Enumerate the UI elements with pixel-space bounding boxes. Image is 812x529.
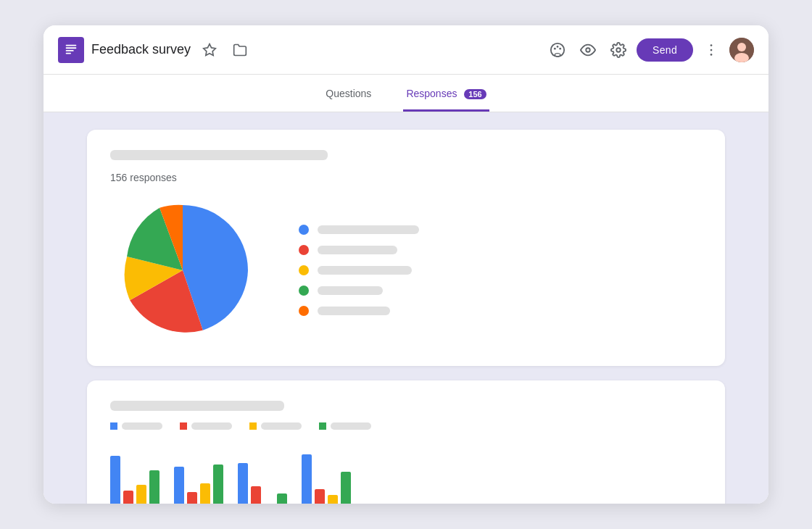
settings-button[interactable] (606, 38, 631, 62)
bar-3-red (251, 486, 261, 504)
svg-marker-4 (204, 43, 216, 55)
card2-title-skeleton (110, 401, 284, 411)
pie-chart-container (110, 198, 255, 343)
legend-label-green (318, 286, 383, 295)
bar-group-3 (238, 463, 287, 504)
bar-1-blue (110, 456, 120, 504)
svg-rect-0 (66, 44, 77, 46)
legend-item-red (299, 245, 702, 255)
bar-3-green (277, 493, 287, 504)
tabs-bar: Questions Responses 156 (44, 75, 768, 112)
header-left: Feedback survey (58, 37, 545, 63)
svg-point-5 (551, 43, 564, 56)
header-right: Send (545, 38, 754, 62)
svg-point-12 (710, 49, 713, 51)
bar-1-red (123, 491, 133, 504)
responses-badge: 156 (464, 89, 486, 99)
bar-3-blue (238, 463, 248, 504)
svg-point-8 (559, 47, 561, 49)
svg-point-9 (586, 48, 590, 52)
bar-legend-sq-yellow (249, 422, 257, 430)
header: Feedback survey (44, 25, 768, 75)
bar-2-green (213, 465, 223, 504)
legend-dot-blue (299, 225, 309, 235)
bar-legend-lbl-blue (122, 422, 162, 430)
pie-legend (299, 225, 702, 316)
bar-chart-area (110, 441, 702, 504)
star-icon (202, 43, 217, 57)
bar-legend-blue (110, 422, 162, 430)
palette-icon (550, 42, 566, 58)
bar-1-green (149, 470, 160, 504)
legend-dot-red (299, 245, 309, 255)
bar-4-blue (302, 454, 312, 504)
pie-chart-svg (110, 198, 255, 343)
tab-questions[interactable]: Questions (323, 79, 374, 112)
svg-point-10 (616, 48, 621, 52)
bar-legend-lbl-green (331, 422, 371, 430)
svg-point-7 (557, 46, 559, 48)
bar-group-1 (110, 456, 160, 504)
eye-icon (580, 42, 596, 58)
bar-legend (110, 422, 702, 430)
bar-legend-green (319, 422, 371, 430)
settings-icon (610, 42, 626, 58)
bar-legend-lbl-yellow (261, 422, 302, 430)
bar-2-yellow (200, 483, 210, 504)
form-title: Feedback survey (91, 42, 191, 57)
preview-button[interactable] (576, 38, 600, 62)
bar-2-red (187, 492, 197, 504)
main-content: 156 responses (44, 112, 768, 504)
palette-button[interactable] (545, 38, 570, 62)
tab-responses[interactable]: Responses 156 (403, 79, 489, 112)
svg-rect-2 (66, 50, 74, 51)
legend-label-red (318, 246, 397, 254)
bar-group-2 (174, 465, 223, 504)
legend-label-yellow (318, 266, 412, 275)
bar-4-green (341, 472, 351, 504)
bar-legend-lbl-red (191, 422, 232, 430)
pie-section (110, 198, 702, 343)
svg-point-15 (737, 43, 746, 51)
folder-button[interactable] (228, 38, 252, 62)
svg-point-13 (710, 54, 713, 56)
bar-legend-yellow (249, 422, 302, 430)
pie-chart-card: 156 responses (87, 130, 725, 366)
bar-legend-sq-green (319, 422, 326, 430)
svg-point-6 (554, 47, 556, 49)
bar-group-4 (302, 454, 351, 504)
bar-2-blue (174, 467, 184, 504)
svg-rect-1 (66, 47, 77, 49)
bar-legend-red (180, 422, 232, 430)
avatar-image (729, 38, 754, 62)
legend-item-orange (299, 306, 702, 316)
responses-count: 156 responses (110, 172, 702, 183)
bar-1-yellow (136, 485, 146, 504)
main-window: Feedback survey (44, 25, 768, 504)
bar-legend-sq-blue (110, 422, 117, 430)
folder-icon (233, 43, 247, 57)
form-icon (58, 37, 84, 63)
legend-dot-green (299, 286, 309, 296)
legend-item-blue (299, 225, 702, 235)
card1-title-skeleton (110, 150, 328, 160)
bar-legend-sq-red (180, 422, 187, 430)
form-icon-svg (63, 42, 79, 58)
svg-point-11 (710, 44, 713, 46)
legend-label-blue (318, 225, 419, 234)
legend-item-green (299, 286, 702, 296)
legend-label-orange (318, 307, 390, 315)
send-button[interactable]: Send (637, 38, 693, 62)
svg-rect-3 (66, 52, 71, 54)
bar-4-red (315, 489, 325, 504)
bar-4-yellow (328, 495, 338, 504)
more-button[interactable] (699, 38, 724, 62)
legend-item-yellow (299, 265, 702, 275)
legend-dot-orange (299, 306, 309, 316)
bar-chart-card (87, 380, 725, 504)
avatar (729, 38, 754, 62)
more-icon (703, 42, 719, 58)
star-button[interactable] (198, 38, 221, 62)
legend-dot-yellow (299, 265, 309, 275)
